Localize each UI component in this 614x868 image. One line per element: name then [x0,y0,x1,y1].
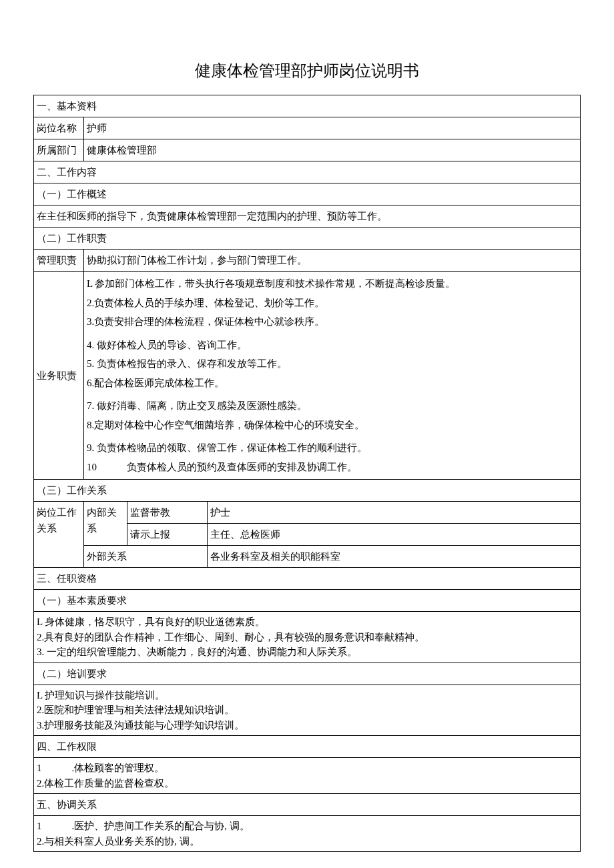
biz-duty-label: 业务职责 [34,272,84,480]
biz-line-2: 2.负责体检人员的手续办理、体检登记、划价等工作。 [87,294,577,313]
training-req-text: L 护理知识与操作技能培训。 2.医院和护理管理与相关法律法规知识培训。 3.护… [34,685,581,736]
coordination-text: 1 .医护、护患间工作关系的配合与协, 调。 2.与相关科室人员业务关系的协, … [34,816,581,852]
quality-line-3: 3. 一定的组织管理能力、决断能力，良好的沟通、协调能力和人际关系。 [37,644,577,660]
biz-duty-text: L 参加部门体检工作，带头执行各项规章制度和技术操作常规，不断提高检诊质量。 2… [84,272,581,480]
coord-line-1: 1 .医护、护患间工作关系的配合与协, 调。 [37,819,577,834]
section-3-header: 三、任职资格 [34,568,581,590]
biz-line-8: 8.定期对体检中心作空气细菌培养，确保体检中心的环境安全。 [87,416,577,435]
quality-line-2: 2.具有良好的团队合作精神，工作细心、周到、耐心，具有较强的服务意识和奉献精神。 [37,630,577,645]
biz-line-9: 9. 负责体检物品的领取、保管工作，保证体检工作的顺利进行。 [87,438,577,458]
department-value: 健康体检管理部 [84,139,581,161]
position-name-label: 岗位名称 [34,117,84,139]
biz-line-1: L 参加部门体检工作，带头执行各项规章制度和技术操作常规，不断提高检诊质量。 [87,274,577,294]
job-description-table: 一、基本资料 岗位名称 护师 所属部门 健康体检管理部 二、工作内容 （一）工作… [33,95,581,852]
mgmt-duty-label: 管理职责 [34,250,84,272]
external-relation-value: 各业务科室及相关的职能科室 [208,546,581,568]
report-label: 请示上报 [127,524,208,546]
section-4-header: 四、工作权限 [34,736,581,758]
work-overview-text: 在主任和医师的指导下，负责健康体检管理部一定范围内的护理、预防等工作。 [34,205,581,228]
coord-line-2: 2.与相关科室人员业务关系的协, 调。 [37,834,577,849]
biz-line-7: 7. 做好消毒、隔离，防止交叉感染及医源性感染。 [87,396,577,416]
external-relation-label: 外部关系 [84,546,208,568]
position-name-value: 护师 [84,117,581,139]
supervise-label: 监督带教 [127,502,208,524]
biz-line-4: 4. 做好体检人员的导诊、咨询工作。 [87,336,577,355]
authority-line-1: 1 .体检顾客的管理权。 [37,761,577,776]
report-value: 主任、总检医师 [208,524,581,546]
section-5-header: 五、协调关系 [34,794,581,816]
work-duties-label: （二）工作职责 [34,228,581,250]
section-2-header: 二、工作内容 [34,161,581,183]
relation-label: 岗位工作关系 [34,502,84,568]
work-overview-label: （一）工作概述 [34,183,581,205]
training-line-2: 2.医院和护理管理与相关法律法规知识培训。 [37,703,577,718]
training-line-3: 3.护理服务技能及沟通技能与心理学知识培训。 [37,718,577,733]
biz-line-3: 3.负责安排合理的体检流程，保证体检中心就诊秩序。 [87,312,577,332]
document-title: 健康体检管理部护师岗位说明书 [33,60,581,81]
supervise-value: 护士 [208,502,581,524]
internal-relation-label: 内部关系 [84,502,127,546]
quality-req-label: （一）基本素质要求 [34,590,581,612]
biz-line-6: 6.配合体检医师完成体检工作。 [87,374,577,393]
biz-line-10: 10 负责体检人员的预约及查体医师的安排及协调工作。 [87,458,577,477]
training-line-1: L 护理知识与操作技能培训。 [37,688,577,703]
department-label: 所属部门 [34,139,84,161]
biz-line-5: 5. 负责体检报告的录入、保存和发放等工作。 [87,354,577,374]
quality-req-text: L 身体健康，恪尽职守，具有良好的职业道德素质。 2.具有良好的团队合作精神，工… [34,612,581,663]
training-req-label: （二）培训要求 [34,663,581,685]
quality-line-1: L 身体健康，恪尽职守，具有良好的职业道德素质。 [37,614,577,630]
section-1-header: 一、基本资料 [34,95,581,117]
work-relation-label: （三）工作关系 [34,480,581,502]
authority-text: 1 .体检顾客的管理权。 2.体检工作质量的监督检查权。 [34,758,581,794]
authority-line-2: 2.体检工作质量的监督检查权。 [37,776,577,791]
mgmt-duty-text: 协助拟订部门体检工作计划，参与部门管理工作。 [84,250,581,272]
